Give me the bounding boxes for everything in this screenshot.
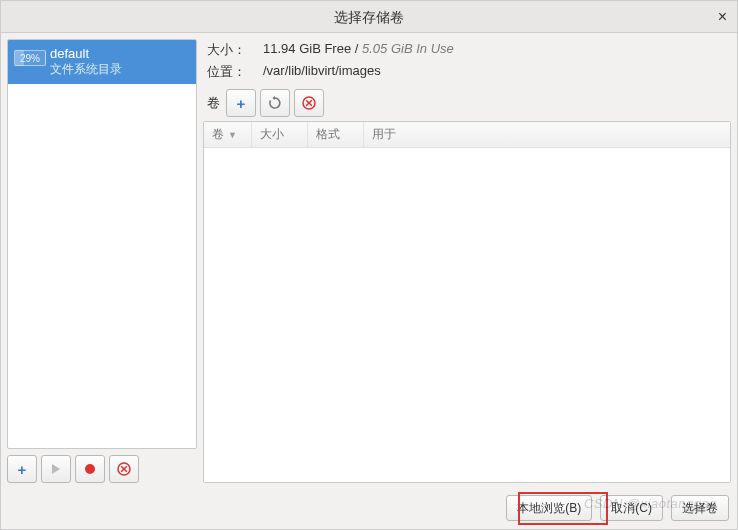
col-volume[interactable]: 卷▼ xyxy=(204,122,252,147)
watermark-text: CSDN @xiaotanggao xyxy=(584,496,717,511)
pool-item-default[interactable]: 29% default 文件系统目录 xyxy=(8,40,196,84)
close-icon[interactable]: × xyxy=(718,1,727,33)
col-size[interactable]: 大小 xyxy=(252,122,308,147)
pool-list[interactable]: 29% default 文件系统目录 xyxy=(7,39,197,449)
stop-pool-button[interactable] xyxy=(75,455,105,483)
pool-subtitle: 文件系统目录 xyxy=(50,61,190,78)
size-value: 11.94 GiB Free / 5.05 GiB In Use xyxy=(263,41,454,59)
svg-marker-0 xyxy=(52,464,60,474)
pool-name: default xyxy=(50,46,190,61)
svg-point-1 xyxy=(85,464,95,474)
footer: 本地浏览(B) 取消(C) 选择卷 CSDN @xiaotanggao xyxy=(1,489,737,529)
location-row: 位置： /var/lib/libvirt/images xyxy=(203,61,731,83)
location-value: /var/lib/libvirt/images xyxy=(263,63,381,81)
volume-toolbar-label: 卷 xyxy=(207,94,222,112)
sort-desc-icon: ▼ xyxy=(228,130,237,140)
left-pane: 29% default 文件系统目录 + xyxy=(7,39,197,483)
plus-icon: + xyxy=(18,461,27,478)
title-text: 选择存储卷 xyxy=(334,9,404,25)
delete-pool-button[interactable] xyxy=(109,455,139,483)
refresh-icon xyxy=(268,96,282,110)
browse-local-button[interactable]: 本地浏览(B) xyxy=(506,495,592,521)
col-format[interactable]: 格式 xyxy=(308,122,364,147)
cancel-icon xyxy=(117,462,131,476)
pool-toolbar: + xyxy=(7,449,197,483)
add-volume-button[interactable]: + xyxy=(226,89,256,117)
location-label: 位置： xyxy=(207,63,255,81)
play-icon xyxy=(50,463,62,475)
table-header: 卷▼ 大小 格式 用于 xyxy=(204,122,730,148)
svg-marker-5 xyxy=(272,96,275,100)
volume-toolbar: 卷 + xyxy=(203,83,731,121)
content-area: 29% default 文件系统目录 + 大小： xyxy=(1,33,737,489)
start-pool-button[interactable] xyxy=(41,455,71,483)
dialog-window: 选择存储卷 × 29% default 文件系统目录 + xyxy=(0,0,738,530)
delete-volume-button[interactable] xyxy=(294,89,324,117)
record-icon xyxy=(84,463,96,475)
titlebar: 选择存储卷 × xyxy=(1,1,737,33)
size-row: 大小： 11.94 GiB Free / 5.05 GiB In Use xyxy=(203,39,731,61)
plus-icon: + xyxy=(237,95,246,112)
col-used[interactable]: 用于 xyxy=(364,122,730,147)
add-pool-button[interactable]: + xyxy=(7,455,37,483)
refresh-volume-button[interactable] xyxy=(260,89,290,117)
table-body[interactable] xyxy=(204,148,730,482)
size-label: 大小： xyxy=(207,41,255,59)
pool-usage-bar: 29% xyxy=(14,50,46,66)
cancel-icon xyxy=(302,96,316,110)
volume-table: 卷▼ 大小 格式 用于 xyxy=(203,121,731,483)
right-pane: 大小： 11.94 GiB Free / 5.05 GiB In Use 位置：… xyxy=(203,39,731,483)
